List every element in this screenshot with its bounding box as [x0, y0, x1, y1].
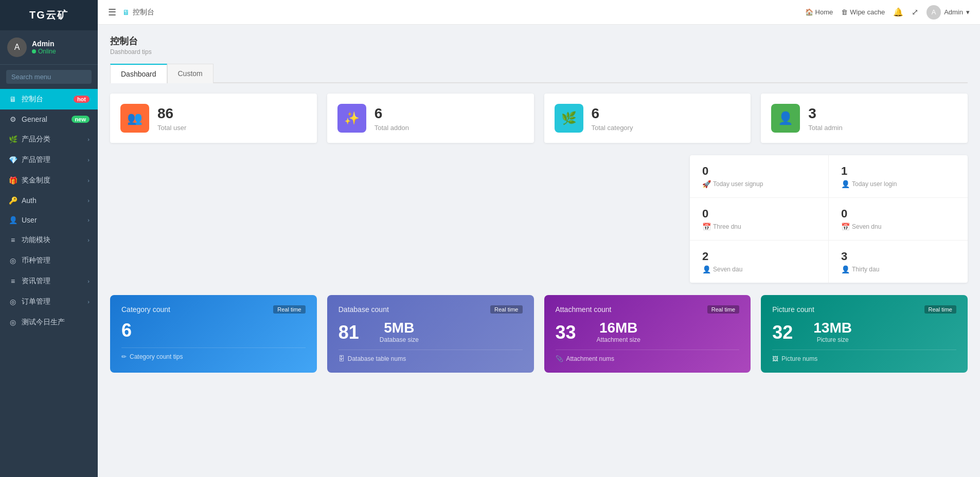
menu-icon: ≡	[8, 236, 17, 244]
stat-icon: 👤	[771, 104, 800, 133]
menu-icon: ⚙	[8, 115, 17, 123]
sidebar-item-reward[interactable]: 🎁奖金制度›	[0, 170, 98, 191]
stat-card-total-user: 👥 86 Total user	[110, 94, 317, 143]
count-card-attachment-count: Attachment count Real time 33 16MB Attac…	[544, 295, 751, 373]
stat-number: 86	[157, 105, 186, 122]
sidebar-item-general[interactable]: ⚙Generalnew	[0, 109, 98, 129]
stat-label: Total user	[157, 124, 186, 132]
notification-icon[interactable]: 🔔	[893, 7, 903, 17]
menu-label: 控制台	[22, 95, 43, 104]
admin-label: Admin	[944, 8, 963, 16]
main-content: ☰ 🖥 控制台 🏠 Home 🗑 Wipe cache 🔔 ⤢ A Admin …	[98, 0, 980, 477]
menu-label: 测试今日生产	[22, 318, 65, 327]
menu-label: 产品管理	[22, 155, 50, 164]
search-box[interactable]: 🔍	[6, 70, 92, 84]
topbar-right: 🏠 Home 🗑 Wipe cache 🔔 ⤢ A Admin ▾	[805, 5, 970, 20]
stat-number: 3	[808, 105, 842, 122]
mini-icon: 👤	[841, 265, 850, 273]
tab-dashboard[interactable]: Dashboard	[110, 64, 167, 83]
sidebar-item-test[interactable]: ◎测试今日生产	[0, 312, 98, 333]
stat-card-total-addon: ✨ 6 Total addon	[327, 94, 534, 143]
hamburger-icon[interactable]: ☰	[108, 7, 116, 18]
sidebar-item-dashboard[interactable]: 🖥控制台hot	[0, 89, 98, 109]
menu-label: 币种管理	[22, 256, 50, 265]
user-profile: A Admin Online	[0, 30, 98, 65]
sidebar-item-orders[interactable]: ◎订单管理›	[0, 291, 98, 312]
menu-label: 资讯管理	[22, 277, 50, 286]
mini-label: 👤 Seven dau	[702, 265, 816, 273]
expand-icon[interactable]: ⤢	[912, 7, 918, 17]
mini-label: 📅 Seven dnu	[841, 223, 955, 231]
tabs-container: DashboardCustom	[110, 64, 968, 83]
sidebar-search-container: 🔍	[0, 65, 98, 89]
home-link[interactable]: 🏠 Home	[805, 8, 833, 16]
sidebar-item-product-cat[interactable]: 🌿产品分类›	[0, 129, 98, 150]
badge-hot: hot	[74, 96, 90, 103]
user-status: Online	[32, 48, 56, 55]
menu-label: 奖金制度	[22, 176, 50, 185]
sidebar-item-currency[interactable]: ◎币种管理	[0, 250, 98, 271]
count-secondary: 5MB Database size	[380, 320, 419, 343]
status-dot	[32, 49, 36, 53]
chevron-down-icon: ▾	[966, 8, 970, 16]
count-secondary-label: Picture size	[813, 336, 852, 343]
mini-stat-seven-dnu: 0 📅 Seven dnu	[829, 198, 968, 241]
right-stats-grid: 0 🚀 Today user signup 1 👤 Today user log…	[690, 155, 968, 283]
username: Admin	[32, 40, 56, 48]
topbar: ☰ 🖥 控制台 🏠 Home 🗑 Wipe cache 🔔 ⤢ A Admin …	[98, 0, 980, 25]
search-input[interactable]	[11, 73, 98, 81]
page-subtitle: Dashboard tips	[110, 48, 968, 56]
count-secondary-label: Attachment size	[597, 336, 640, 343]
tab-custom[interactable]: Custom	[167, 64, 213, 83]
mini-number: 2	[702, 250, 816, 263]
stat-label: Total category	[592, 124, 633, 132]
menu-icon: 👤	[8, 216, 17, 224]
count-card-main: 81 5MB Database size	[338, 320, 523, 343]
stat-card-total-category: 🌿 6 Total category	[544, 94, 751, 143]
chevron-icon: ›	[87, 177, 90, 184]
realtime-badge: Real time	[924, 305, 956, 314]
count-card-title: Attachment count	[556, 305, 612, 314]
mini-icon: 👤	[702, 265, 711, 273]
dashboard-icon: 🖥	[122, 8, 130, 16]
sidebar-item-news[interactable]: ≡资讯管理›	[0, 271, 98, 291]
footer-icon: ✏	[121, 353, 127, 360]
count-main-number: 81	[338, 322, 359, 343]
count-card-header: Database count Real time	[338, 305, 523, 314]
page-title: 控制台	[110, 35, 968, 47]
admin-menu[interactable]: A Admin ▾	[926, 5, 970, 20]
menu-label: User	[22, 216, 37, 224]
mini-icon: 📅	[702, 223, 711, 231]
mini-stats-container: 0 🚀 Today user signup 1 👤 Today user log…	[110, 155, 968, 283]
realtime-badge: Real time	[490, 305, 522, 314]
count-secondary-number: 5MB	[380, 320, 419, 336]
count-card-title: Picture count	[772, 305, 814, 314]
mini-label: 🚀 Today user signup	[702, 180, 816, 188]
footer-text: Attachment nums	[566, 355, 614, 362]
count-card-footer: 🖼 Picture nums	[772, 350, 956, 362]
menu-label: General	[22, 115, 47, 123]
mini-label: 👤 Thirty dau	[841, 265, 955, 273]
footer-icon: 🖼	[772, 355, 778, 362]
sidebar-item-user[interactable]: 👤User›	[0, 210, 98, 230]
count-main-number: 32	[772, 322, 793, 343]
count-card-database-count: Database count Real time 81 5MB Database…	[327, 295, 534, 373]
mini-icon: 🚀	[702, 180, 711, 188]
page-header: 控制台 Dashboard tips	[110, 35, 968, 56]
sidebar-item-product-mgr[interactable]: 💎产品管理›	[0, 150, 98, 170]
menu-icon: ◎	[8, 256, 17, 265]
stat-icon: ✨	[337, 104, 366, 133]
sidebar-item-auth[interactable]: 🔑Auth›	[0, 191, 98, 210]
sidebar-item-modules[interactable]: ≡功能模块›	[0, 230, 98, 250]
admin-avatar: A	[926, 5, 941, 20]
count-secondary-number: 16MB	[597, 320, 640, 336]
stat-cards-row: 👥 86 Total user ✨ 6 Total addon 🌿 6 Tota…	[110, 94, 968, 143]
chevron-icon: ›	[87, 278, 90, 284]
mini-stat-seven-dau: 2 👤 Seven dau	[690, 241, 829, 283]
count-card-footer: 📎 Attachment nums	[556, 350, 740, 362]
mini-number: 1	[841, 164, 955, 178]
breadcrumb-title: 控制台	[133, 8, 154, 17]
wipe-cache-link[interactable]: 🗑 Wipe cache	[841, 8, 885, 16]
topbar-left: ☰ 🖥 控制台	[108, 7, 805, 18]
chevron-icon: ›	[87, 136, 90, 142]
